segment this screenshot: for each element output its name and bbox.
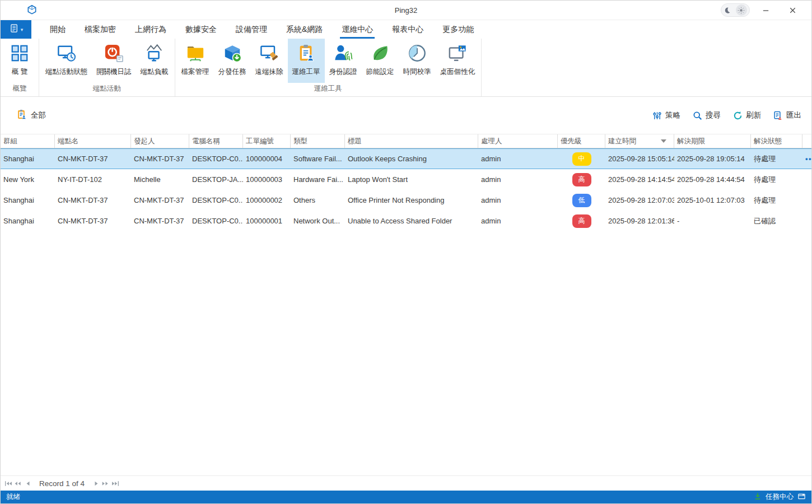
column-header-endpoint[interactable]: 端點名 bbox=[55, 134, 131, 148]
ticket-row-100000001[interactable]: ShanghaiCN-MKT-DT-37CN-MKT-DT-37DESKTOP-… bbox=[1, 211, 811, 231]
column-header-label: 解決狀態 bbox=[754, 137, 782, 146]
column-header-handler[interactable]: 處理人 bbox=[478, 134, 558, 148]
ribbon-toolbar: 概 覽概覽端點活動狀態開關機日誌端點負載端點活動檔案管理分發任務遠端抹除運維工單… bbox=[1, 39, 811, 97]
app-window: Ping32 ▾ 開始檔案加密上網行為數據安全設備管理系統&網路運維中心報表中心… bbox=[0, 0, 812, 504]
column-header-computer[interactable]: 電腦名稱 bbox=[189, 134, 243, 148]
ribbon-group-label: 概覽 bbox=[1, 83, 39, 96]
priority-badge: 低 bbox=[572, 194, 591, 207]
energy-leaf-icon bbox=[370, 43, 390, 63]
close-button[interactable] bbox=[781, 3, 804, 17]
ribbon-tool-file-manage[interactable]: 檔案管理 bbox=[177, 39, 214, 83]
cell-priority: 高 bbox=[558, 169, 605, 190]
identity-icon bbox=[333, 43, 353, 63]
ribbon-tool-overview-grid[interactable]: 概 覽 bbox=[2, 39, 37, 83]
ribbon-tool-label: 概 覽 bbox=[12, 67, 27, 77]
cell-computer: DESKTOP-C0... bbox=[189, 211, 243, 231]
cell-ticket_no: 100000004 bbox=[243, 148, 291, 169]
column-header-deadline[interactable]: 解決期限 bbox=[674, 134, 751, 148]
ribbon-group-label: 端點活動 bbox=[39, 83, 175, 96]
cell-created: 2025-09-28 15:05:14 bbox=[605, 148, 674, 169]
column-header-group[interactable]: 群組 bbox=[1, 134, 55, 148]
desktop-personalize-icon bbox=[447, 43, 468, 63]
ribbon-tab-6-active[interactable]: 運維中心 bbox=[332, 20, 382, 39]
toolbar-actions: 策略搜尋刷新匯出 bbox=[652, 110, 801, 120]
ribbon-tool-endpoint-activity[interactable]: 端點活動狀態 bbox=[41, 39, 92, 83]
column-header-priority[interactable]: 優先級 bbox=[558, 134, 605, 148]
column-header-actions[interactable] bbox=[802, 134, 811, 148]
nav-prev-page-button[interactable] bbox=[13, 479, 23, 488]
filter-all-button[interactable]: 全部 bbox=[16, 109, 46, 122]
ribbon-tab-2[interactable]: 上網行為 bbox=[125, 20, 176, 39]
chevron-down-icon: ▾ bbox=[21, 27, 24, 32]
ribbon-tool-energy-leaf[interactable]: 節能設定 bbox=[362, 39, 399, 83]
cell-endpoint: CN-MKT-DT-37 bbox=[55, 148, 131, 169]
column-header-title[interactable]: 標題 bbox=[345, 134, 478, 148]
cell-ticket_no: 100000002 bbox=[243, 190, 291, 211]
sun-icon[interactable] bbox=[736, 4, 747, 16]
cell-computer: DESKTOP-C0... bbox=[189, 190, 243, 211]
priority-badge: 高 bbox=[572, 173, 591, 186]
cell-group: New York bbox=[1, 169, 55, 190]
task-window-icon bbox=[797, 492, 806, 502]
column-header-initiator[interactable]: 發起人 bbox=[131, 134, 189, 148]
ribbon-tool-ticket[interactable]: 運維工單 bbox=[288, 39, 325, 83]
nav-next-page-button[interactable] bbox=[101, 479, 110, 488]
app-menu-button[interactable]: ▾ bbox=[1, 20, 31, 39]
cell-created: 2025-09-28 12:01:36 bbox=[605, 211, 674, 231]
task-center-button[interactable]: 任務中心 bbox=[754, 492, 806, 502]
theme-toggle[interactable] bbox=[721, 3, 750, 17]
cell-handler: admin bbox=[478, 211, 558, 231]
ribbon-tool-clock[interactable]: 時間校準 bbox=[399, 39, 436, 83]
cell-group: Shanghai bbox=[1, 148, 55, 169]
ticket-row-100000004[interactable]: ShanghaiCN-MKT-DT-37CN-MKT-DT-37DESKTOP-… bbox=[1, 148, 811, 169]
column-header-ticket_no[interactable]: 工單編號 bbox=[243, 134, 291, 148]
ribbon-tool-power-log[interactable]: 開關機日誌 bbox=[92, 39, 136, 83]
ticket-row-100000002[interactable]: ShanghaiCN-MKT-DT-37CN-MKT-DT-37DESKTOP-… bbox=[1, 190, 811, 211]
ribbon-tool-desktop-personalize[interactable]: 桌面個性化 bbox=[436, 39, 480, 83]
column-header-status[interactable]: 解決狀態 bbox=[751, 134, 802, 148]
ticket-row-100000003[interactable]: New YorkNY-IT-DT-102MichelleDESKTOP-JA..… bbox=[1, 169, 811, 190]
column-header-type[interactable]: 類型 bbox=[291, 134, 345, 148]
cell-title: Outlook Keeps Crashing bbox=[345, 148, 478, 169]
ribbon-tool-dispatch-task[interactable]: 分發任務 bbox=[214, 39, 251, 83]
tickets-table: 群組端點名發起人電腦名稱工單編號類型標題處理人優先級建立時間解決期限解決狀態 S… bbox=[1, 134, 811, 475]
refresh-button[interactable]: 刷新 bbox=[733, 110, 761, 120]
cell-title: Laptop Won't Start bbox=[345, 169, 478, 190]
cell-created: 2025-09-28 12:07:03 bbox=[605, 190, 674, 211]
ribbon-tool-endpoint-load[interactable]: 端點負載 bbox=[136, 39, 173, 83]
record-count-label: Record 1 of 4 bbox=[39, 479, 85, 488]
nav-last-button[interactable] bbox=[110, 479, 120, 488]
cell-actions bbox=[802, 169, 811, 190]
cell-created: 2025-09-28 14:14:54 bbox=[605, 169, 674, 190]
ribbon-tab-3[interactable]: 數據安全 bbox=[176, 20, 226, 39]
moon-icon[interactable] bbox=[724, 7, 731, 14]
cell-initiator: CN-MKT-DT-37 bbox=[131, 190, 189, 211]
ribbon-tab-4[interactable]: 設備管理 bbox=[226, 20, 277, 39]
minimize-button[interactable] bbox=[754, 3, 777, 17]
search-button[interactable]: 搜尋 bbox=[693, 110, 721, 120]
ribbon-tool-remote-wipe[interactable]: 遠端抹除 bbox=[251, 39, 288, 83]
cell-endpoint: CN-MKT-DT-37 bbox=[55, 211, 131, 231]
ribbon-tab-7[interactable]: 報表中心 bbox=[382, 20, 433, 39]
ribbon-tool-identity[interactable]: 身份認證 bbox=[325, 39, 362, 83]
ribbon-tab-5[interactable]: 系統&網路 bbox=[277, 20, 332, 39]
nav-prev-button[interactable] bbox=[23, 479, 32, 488]
nav-next-button[interactable] bbox=[91, 479, 101, 488]
cell-actions bbox=[802, 211, 811, 231]
export-button[interactable]: 匯出 bbox=[773, 110, 801, 120]
column-header-created[interactable]: 建立時間 bbox=[605, 134, 674, 148]
ribbon-tool-label: 身份認證 bbox=[329, 67, 357, 77]
status-ready-label: 就绪 bbox=[6, 492, 20, 502]
ribbon-tab-row: ▾ 開始檔案加密上網行為數據安全設備管理系統&網路運維中心報表中心更多功能 bbox=[1, 20, 811, 39]
row-actions-ellipsis-button[interactable]: ••• bbox=[805, 155, 811, 163]
policy-sliders-button[interactable]: 策略 bbox=[652, 110, 680, 120]
app-menu-icon bbox=[9, 23, 20, 36]
column-header-label: 優先級 bbox=[561, 137, 582, 146]
cell-actions bbox=[802, 190, 811, 211]
nav-first-button[interactable] bbox=[4, 479, 13, 488]
cell-priority: 低 bbox=[558, 190, 605, 211]
ribbon-tab-1[interactable]: 檔案加密 bbox=[75, 20, 125, 39]
ribbon-tool-label: 開關機日誌 bbox=[96, 67, 132, 77]
ribbon-tab-0[interactable]: 開始 bbox=[40, 20, 75, 39]
ribbon-tab-8[interactable]: 更多功能 bbox=[433, 20, 483, 39]
